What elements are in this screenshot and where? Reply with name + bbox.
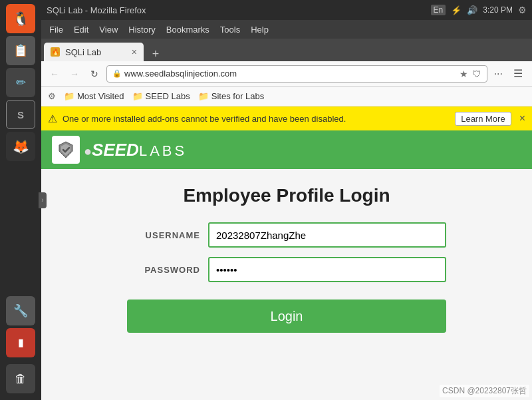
system-input-indicator: En [431, 5, 446, 15]
password-input[interactable] [208, 257, 446, 282]
menu-tools[interactable]: Tools [215, 23, 245, 37]
system-volume: 🔊 [467, 5, 477, 15]
overflow-button[interactable]: ··· [491, 67, 505, 81]
bookmark-most-visited[interactable]: 📁 Most Visited [64, 91, 124, 101]
menu-bookmarks[interactable]: Bookmarks [161, 23, 215, 37]
refresh-button[interactable]: ↻ [86, 66, 102, 82]
tab-close-button[interactable]: × [132, 47, 137, 57]
tabbar: 🔥 SQLi Lab × + [41, 39, 532, 61]
bookmark-seed-labs[interactable]: 📁 SEED Labs [132, 91, 190, 101]
menu-file[interactable]: File [44, 23, 68, 37]
lock-icon: 🔒 [112, 69, 122, 78]
watermark: CSDN @20232807张哲 [440, 385, 529, 397]
address-box[interactable]: 🔒 www.seedlabsqlinjection.com ★ 🛡 [106, 65, 487, 83]
sidebar-icon-terminal2[interactable]: ▮ [6, 328, 35, 357]
bookmark-seed-labs-label: SEED Labs [146, 91, 190, 101]
login-button[interactable]: Login [127, 300, 446, 333]
address-actions: ★ 🛡 [460, 69, 481, 79]
sidebar-icon-ubuntu[interactable]: 🐧 [6, 4, 35, 33]
username-label: USERNAME [127, 230, 200, 240]
sidebar: 🐧 📋 ✏ S 🦊 🔧 ▮ 🗑 › [0, 0, 41, 400]
bookmark-folder-icon: 📁 [64, 91, 74, 101]
menu-view[interactable]: View [94, 23, 123, 37]
login-area: Employee Profile Login USERNAME PASSWORD… [41, 169, 532, 333]
shield-icon[interactable]: 🛡 [472, 69, 481, 79]
tab-favicon: 🔥 [51, 47, 60, 57]
logo-text: ●SEEDLabs [84, 140, 187, 160]
sidebar-icon-settings[interactable]: 🔧 [6, 296, 35, 325]
system-time: 3:20 PM [483, 5, 513, 15]
warning-icon: ⚠ [48, 112, 57, 125]
titlebar-title: SQLi Lab - Mozilla Firefox [47, 5, 146, 15]
username-row: USERNAME [127, 222, 446, 248]
notification-close-button[interactable]: × [519, 112, 525, 124]
forward-button[interactable]: → [66, 66, 82, 82]
menu-edit[interactable]: Edit [68, 23, 94, 37]
back-button[interactable]: ← [47, 66, 63, 82]
sidebar-icon-files[interactable]: 📋 [6, 36, 35, 65]
new-tab-button[interactable]: + [146, 47, 165, 61]
system-settings[interactable]: ⚙ [518, 5, 527, 15]
bookmark-most-visited-label: Most Visited [77, 91, 124, 101]
addressbar: ← → ↻ 🔒 www.seedlabsqlinjection.com ★ 🛡 … [41, 61, 532, 87]
titlebar-controls: En ⚡ 🔊 3:20 PM ⚙ [431, 5, 527, 15]
bookmark-sites-label: Sites for Labs [211, 91, 265, 101]
username-input[interactable] [208, 222, 446, 248]
notification-text: One or more installed add-ons cannot be … [63, 114, 450, 124]
password-label: PASSWORD [127, 265, 200, 275]
menubar: File Edit View History Bookmarks Tools H… [41, 20, 532, 39]
sidebar-icon-firefox[interactable]: 🦊 [6, 132, 35, 161]
menu-history[interactable]: History [123, 23, 160, 37]
titlebar: SQLi Lab - Mozilla Firefox En ⚡ 🔊 3:20 P… [41, 0, 532, 20]
bookmarks-gear-icon[interactable]: ⚙ [48, 91, 56, 101]
tab-title: SQLi Lab [65, 47, 101, 57]
system-bluetooth: ⚡ [451, 5, 462, 15]
hamburger-menu[interactable]: ☰ [509, 66, 527, 81]
bookmark-seed-folder-icon: 📁 [132, 91, 143, 101]
bookmark-star-icon[interactable]: ★ [460, 69, 468, 79]
address-url: www.seedlabsqlinjection.com [124, 69, 237, 79]
site-header: ●SEEDLabs [41, 130, 532, 169]
bookmark-sites-folder-icon: 📁 [198, 91, 209, 101]
login-title: Employee Profile Login [183, 185, 390, 206]
logo-container: ●SEEDLabs [52, 136, 187, 164]
sidebar-icon-editor[interactable]: ✏ [6, 68, 35, 97]
page-content: ●SEEDLabs Employee Profile Login USERNAM… [41, 130, 532, 400]
active-tab[interactable]: 🔥 SQLi Lab × [44, 43, 144, 61]
menu-help[interactable]: Help [245, 23, 274, 37]
sidebar-icon-terminal[interactable]: S [6, 100, 35, 129]
sidebar-expand[interactable]: › [39, 192, 47, 208]
logo-shield-icon [52, 136, 80, 164]
bookmark-sites-for-labs[interactable]: 📁 Sites for Labs [198, 91, 265, 101]
bookmarksbar: ⚙ 📁 Most Visited 📁 SEED Labs 📁 Sites for… [41, 87, 532, 106]
notification-bar: ⚠ One or more installed add-ons cannot b… [41, 106, 532, 130]
learn-more-button[interactable]: Learn More [455, 112, 511, 126]
browser-window: SQLi Lab - Mozilla Firefox En ⚡ 🔊 3:20 P… [41, 0, 532, 400]
sidebar-icon-trash[interactable]: 🗑 [6, 364, 35, 393]
password-row: PASSWORD [127, 257, 446, 282]
